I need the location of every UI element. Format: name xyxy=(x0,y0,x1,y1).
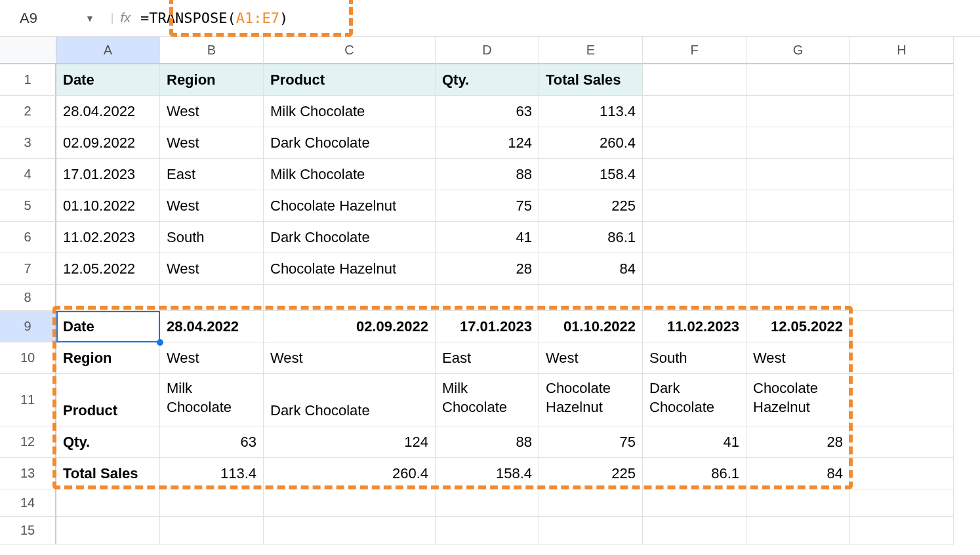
cell-G3[interactable] xyxy=(746,127,850,159)
cell-B4[interactable]: East xyxy=(160,159,264,190)
cell-E10[interactable]: West xyxy=(539,342,643,374)
cell-C6[interactable]: Dark Chocolate xyxy=(264,222,436,253)
cell-D15[interactable] xyxy=(436,517,539,545)
cell-C5[interactable]: Chocolate Hazelnut xyxy=(264,190,436,222)
cell-H3[interactable] xyxy=(850,127,954,159)
cell-F4[interactable] xyxy=(643,159,746,190)
cell-E1[interactable]: Total Sales xyxy=(539,64,643,96)
cell-E15[interactable] xyxy=(539,517,643,545)
row-header-1[interactable]: 1 xyxy=(0,64,56,96)
cell-D1[interactable]: Qty. xyxy=(436,64,539,96)
cell-H14[interactable] xyxy=(850,489,954,517)
cell-H9[interactable] xyxy=(850,311,954,342)
cell-H2[interactable] xyxy=(850,96,954,127)
name-box[interactable]: A9 xyxy=(7,10,85,27)
cell-C3[interactable]: Dark Chocolate xyxy=(264,127,436,159)
cell-A1[interactable]: Date xyxy=(56,64,160,96)
cell-F15[interactable] xyxy=(643,517,746,545)
cell-A9[interactable]: Date xyxy=(56,311,160,342)
cell-B6[interactable]: South xyxy=(160,222,264,253)
cell-A15[interactable] xyxy=(56,517,160,545)
col-header-A[interactable]: A xyxy=(56,37,160,64)
select-all-corner[interactable] xyxy=(0,37,56,64)
cell-A10[interactable]: Region xyxy=(56,342,160,374)
col-header-D[interactable]: D xyxy=(436,37,539,64)
row-header-10[interactable]: 10 xyxy=(0,342,56,374)
cell-H10[interactable] xyxy=(850,342,954,374)
row-header-11[interactable]: 11 xyxy=(0,374,56,426)
col-header-B[interactable]: B xyxy=(160,37,264,64)
fx-icon[interactable]: fx xyxy=(121,10,131,26)
cell-E14[interactable] xyxy=(539,489,643,517)
formula-input[interactable]: =TRANSPOSE(A1:E7) xyxy=(140,10,288,26)
cell-E4[interactable]: 158.4 xyxy=(539,159,643,190)
cell-D8[interactable] xyxy=(436,285,539,311)
cell-A14[interactable] xyxy=(56,489,160,517)
cell-G1[interactable] xyxy=(746,64,850,96)
cell-E3[interactable]: 260.4 xyxy=(539,127,643,159)
cell-B11[interactable]: Milk Chocolate xyxy=(160,374,264,426)
cell-B9[interactable]: 28.04.2022 xyxy=(160,311,264,342)
cell-B14[interactable] xyxy=(160,489,264,517)
cell-F6[interactable] xyxy=(643,222,746,253)
cell-C13[interactable]: 260.4 xyxy=(264,458,436,489)
cell-E12[interactable]: 75 xyxy=(539,426,643,458)
cell-H12[interactable] xyxy=(850,426,954,458)
cell-A7[interactable]: 12.05.2022 xyxy=(56,253,160,285)
cell-H7[interactable] xyxy=(850,253,954,285)
cell-D13[interactable]: 158.4 xyxy=(436,458,539,489)
col-header-C[interactable]: C xyxy=(264,37,436,64)
row-header-6[interactable]: 6 xyxy=(0,222,56,253)
row-header-8[interactable]: 8 xyxy=(0,285,56,311)
cell-H8[interactable] xyxy=(850,285,954,311)
cell-C1[interactable]: Product xyxy=(264,64,436,96)
cell-H1[interactable] xyxy=(850,64,954,96)
row-header-3[interactable]: 3 xyxy=(0,127,56,159)
cell-G4[interactable] xyxy=(746,159,850,190)
row-header-7[interactable]: 7 xyxy=(0,253,56,285)
cell-C10[interactable]: West xyxy=(264,342,436,374)
cell-D9[interactable]: 17.01.2023 xyxy=(436,311,539,342)
cell-G5[interactable] xyxy=(746,190,850,222)
cell-H13[interactable] xyxy=(850,458,954,489)
cell-E5[interactable]: 225 xyxy=(539,190,643,222)
cell-H6[interactable] xyxy=(850,222,954,253)
cell-D6[interactable]: 41 xyxy=(436,222,539,253)
cell-B8[interactable] xyxy=(160,285,264,311)
cell-E13[interactable]: 225 xyxy=(539,458,643,489)
cell-F8[interactable] xyxy=(643,285,746,311)
cell-A5[interactable]: 01.10.2022 xyxy=(56,190,160,222)
cell-E2[interactable]: 113.4 xyxy=(539,96,643,127)
cell-C2[interactable]: Milk Chocolate xyxy=(264,96,436,127)
cell-G8[interactable] xyxy=(746,285,850,311)
cell-F14[interactable] xyxy=(643,489,746,517)
cell-D14[interactable] xyxy=(436,489,539,517)
active-cell-handle[interactable] xyxy=(157,339,163,346)
cell-E9[interactable]: 01.10.2022 xyxy=(539,311,643,342)
cell-F1[interactable] xyxy=(643,64,746,96)
cell-C7[interactable]: Chocolate Hazelnut xyxy=(264,253,436,285)
cell-D12[interactable]: 88 xyxy=(436,426,539,458)
cell-A11[interactable]: Product xyxy=(56,374,160,426)
cell-G6[interactable] xyxy=(746,222,850,253)
cell-B2[interactable]: West xyxy=(160,96,264,127)
cell-G12[interactable]: 28 xyxy=(746,426,850,458)
col-header-F[interactable]: F xyxy=(643,37,746,64)
col-header-E[interactable]: E xyxy=(539,37,643,64)
cell-F12[interactable]: 41 xyxy=(643,426,746,458)
cell-E6[interactable]: 86.1 xyxy=(539,222,643,253)
cell-F11[interactable]: Dark Chocolate xyxy=(643,374,746,426)
cell-D2[interactable]: 63 xyxy=(436,96,539,127)
cell-F10[interactable]: South xyxy=(643,342,746,374)
col-header-H[interactable]: H xyxy=(850,37,954,64)
spreadsheet-grid[interactable]: A B C D E F G H 1 Date Region Product Qt… xyxy=(0,37,980,545)
cell-F7[interactable] xyxy=(643,253,746,285)
cell-C4[interactable]: Milk Chocolate xyxy=(264,159,436,190)
cell-G9[interactable]: 12.05.2022 xyxy=(746,311,850,342)
cell-F5[interactable] xyxy=(643,190,746,222)
row-header-4[interactable]: 4 xyxy=(0,159,56,190)
cell-G11[interactable]: Chocolate Hazelnut xyxy=(746,374,850,426)
cell-G10[interactable]: West xyxy=(746,342,850,374)
cell-G14[interactable] xyxy=(746,489,850,517)
cell-D4[interactable]: 88 xyxy=(436,159,539,190)
